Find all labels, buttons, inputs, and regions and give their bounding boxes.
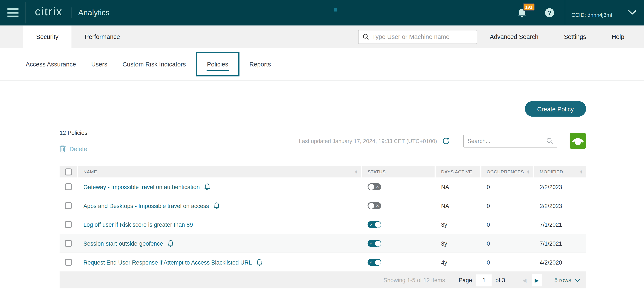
account-menu-button[interactable] [612,9,644,16]
toggle-knob [375,260,380,265]
next-page-button[interactable]: ▶ [532,274,542,286]
days-active-value: 4y [436,253,480,272]
subtab-access-assurance[interactable]: Access Assurance [18,48,84,80]
modified-value: 2/2/2023 [534,178,586,196]
global-search-input[interactable] [372,33,473,40]
trash-icon [60,145,66,152]
row-checkbox[interactable] [65,221,72,228]
toggle-knob [368,203,374,209]
toggle-knob [368,184,374,190]
column-header-name[interactable]: NAME▲▼ [78,166,361,178]
table-row[interactable]: Gateway - Impossible travel on authentic… [60,178,586,196]
toggle-state-mark: ✕ [376,202,379,209]
notifications-button[interactable]: 191 [517,4,537,21]
global-search-box[interactable] [358,30,477,44]
refresh-button[interactable] [442,137,450,145]
hamburger-menu-icon[interactable] [0,0,25,26]
previous-page-button[interactable]: ◀ [522,277,526,283]
policy-name-link[interactable]: Apps and Desktops - Impossible travel on… [84,202,209,209]
sort-arrows-icon[interactable]: ▲▼ [524,170,530,174]
row-checkbox[interactable] [65,202,72,209]
main-navbar: Security Performance Advanced Search Set… [0,26,644,48]
modified-value: 7/1/2021 [534,234,586,253]
column-label: MODIFIED [540,169,563,174]
occurrences-value: 0 [482,178,533,196]
select-all-checkbox[interactable] [65,168,72,175]
app-header: citrix Analytics 191 ? CCID: dhhn4j3mf [0,0,644,26]
page-label: Page [459,277,472,284]
table-row[interactable]: Request End User Response if Attempt to … [60,253,586,272]
days-active-value: 3y [436,215,480,234]
toggle-state-mark: ✓ [370,259,373,266]
subtab-users[interactable]: Users [84,48,115,80]
policies-count-label: 12 Policies [60,130,299,136]
help-link[interactable]: Help [599,33,644,40]
status-toggle[interactable]: ✕ [368,183,381,190]
policy-name-link[interactable]: Session-start-outside-geofence [84,240,163,247]
security-subnav: Access Assurance Users Custom Risk Indic… [0,48,644,80]
page-number-input[interactable] [476,274,492,286]
rows-per-page-select[interactable]: 5 rows [554,277,580,284]
policies-content: Create Policy 12 Policies Delete Last up… [0,101,644,288]
policy-name-link[interactable]: Log off user if Risk score is greater th… [84,221,193,228]
help-icon[interactable]: ? [545,8,554,17]
subtab-policies[interactable]: Policies [196,52,239,76]
table-search-box[interactable] [464,135,557,147]
status-toggle[interactable]: ✓ [368,259,381,266]
search-icon [546,137,553,144]
table-row[interactable]: Session-start-outside-geofence ✓ 3y 0 7/… [60,234,586,253]
modified-value: 7/1/2021 [534,215,586,234]
sort-arrows-icon[interactable]: ▲▼ [577,170,583,174]
status-toggle[interactable]: ✓ [368,240,381,247]
table-row[interactable]: Log off user if Risk score is greater th… [60,215,586,234]
column-label: OCCURRENCES [486,169,524,174]
subtab-custom-risk-indicators[interactable]: Custom Risk Indicators [115,48,193,80]
table-body: Gateway - Impossible travel on authentic… [60,178,586,272]
days-active-value: NA [436,178,480,196]
sort-arrows-icon[interactable]: ▲▼ [352,170,358,174]
table-footer: Showing 1-5 of 12 items Page of 3 ◀ ▶ 5 … [60,272,586,288]
status-toggle[interactable]: ✕ [368,202,381,209]
citrix-logo: citrix [26,5,71,20]
tab-security[interactable]: Security [23,26,72,48]
notification-bell-icon [204,183,210,190]
toggle-state-mark: ✓ [370,240,373,247]
last-updated-label: Last updated January 17, 2024, 19:33 CET… [299,138,437,144]
row-checkbox[interactable] [65,259,72,266]
column-header-check [60,166,77,178]
notification-bell-icon [256,258,262,266]
row-checkbox[interactable] [65,183,72,190]
table-search-input[interactable] [468,138,546,144]
column-header-occ[interactable]: OCCURRENCES▲▼ [482,166,533,178]
column-label: NAME [84,169,97,174]
delete-button[interactable]: Delete [60,145,299,152]
notification-count-badge: 191 [523,3,534,11]
create-policy-button[interactable]: Create Policy [525,101,586,117]
occurrences-value: 0 [482,234,533,253]
status-toggle[interactable]: ✓ [368,221,381,228]
table-row[interactable]: Apps and Desktops - Impossible travel on… [60,196,586,215]
advanced-search-link[interactable]: Advanced Search [477,33,551,40]
column-header-mod[interactable]: MODIFIED▲▼ [534,166,586,178]
policy-name-link[interactable]: Request End User Response if Attempt to … [84,259,252,266]
live-monitor-button[interactable] [570,133,586,149]
occurrences-value: 0 [482,253,533,272]
rows-per-page-label: 5 rows [554,277,571,284]
live-monitor-icon [570,133,586,149]
delete-label: Delete [70,145,87,152]
search-icon [362,33,369,40]
occurrences-value: 0 [482,196,533,215]
chevron-down-icon [574,278,580,282]
subtab-reports[interactable]: Reports [242,48,278,80]
row-checkbox[interactable] [65,240,72,247]
tab-performance[interactable]: Performance [72,26,133,48]
table-header-row: NAME▲▼STATUSDAYS ACTIVEOCCURRENCES▲▼MODI… [60,166,586,178]
toggle-state-mark: ✕ [376,183,379,190]
teal-dot [334,8,337,12]
modified-value: 2/2/2023 [534,196,586,215]
days-active-value: NA [436,196,480,215]
column-header-status: STATUS [362,166,434,178]
settings-link[interactable]: Settings [551,33,599,40]
policy-name-link[interactable]: Gateway - Impossible travel on authentic… [84,184,200,190]
notification-bell-icon [214,202,220,209]
